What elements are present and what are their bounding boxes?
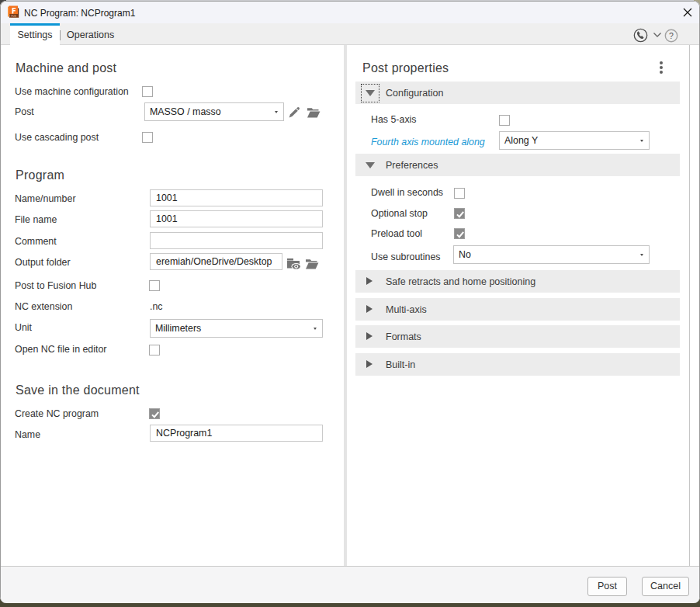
svg-text:FUS: FUS <box>12 15 16 18</box>
svg-text:?: ? <box>669 31 674 40</box>
